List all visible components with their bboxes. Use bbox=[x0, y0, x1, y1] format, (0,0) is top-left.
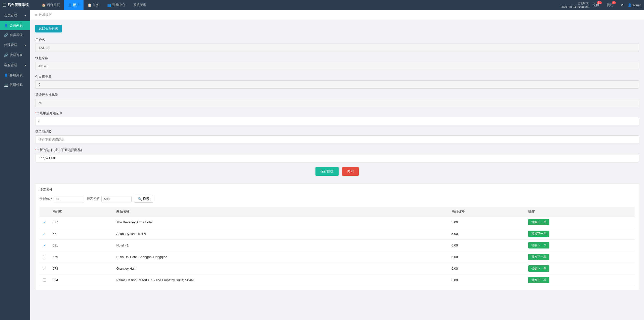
product-id-input[interactable] bbox=[35, 135, 639, 144]
min-price-input[interactable] bbox=[54, 196, 84, 202]
max-price-field: 最高价格 bbox=[87, 196, 132, 202]
today-orders-input[interactable] bbox=[35, 80, 639, 89]
back-to-member-list-button[interactable]: 返回会员列表 bbox=[35, 25, 62, 32]
start-after-field-group: * 几单后开始选单 bbox=[35, 111, 639, 125]
row-checkbox-cell: ✓ bbox=[39, 240, 50, 251]
content-area: 返回会员列表 用户名 钱包余额 今日接单量 等级最大接单量 * 几单后开始选单 bbox=[30, 20, 644, 295]
search-button[interactable]: 🔍 搜索 bbox=[134, 195, 153, 203]
refresh-button[interactable]: ↺ bbox=[621, 3, 624, 7]
max-price-input[interactable] bbox=[101, 196, 132, 202]
check-icon[interactable]: ✓ bbox=[43, 220, 46, 224]
table-row: 679PRIMUS Hotel Shanghai Hongqiao6.00替换下… bbox=[39, 251, 635, 263]
sidebar-item-member-list[interactable]: 👤 会员列表 bbox=[0, 21, 30, 30]
row-product-name: PRIMUS Hotel Shanghai Hongqiao bbox=[113, 251, 448, 263]
check-icon[interactable]: ✓ bbox=[43, 243, 46, 247]
row-product-id: 678 bbox=[50, 263, 113, 274]
row-checkbox-cell bbox=[39, 251, 50, 263]
row-checkbox[interactable] bbox=[43, 278, 46, 281]
new-selection-input[interactable] bbox=[35, 154, 639, 162]
start-after-input[interactable] bbox=[35, 117, 639, 125]
row-action-cell: 替换下一单 bbox=[525, 228, 635, 240]
recharge-button[interactable]: 充值 91 bbox=[593, 3, 599, 7]
table-row: ✓681Hotel 416.00替换下一单 bbox=[39, 240, 635, 251]
wallet-label: 钱包余额 bbox=[35, 56, 639, 60]
row-product-id: 324 bbox=[50, 274, 113, 286]
sidebar-item-agent-list[interactable]: 🔗 代理列表 bbox=[0, 50, 30, 60]
refresh-icon: ↺ bbox=[621, 3, 624, 7]
task-icon: 📋 bbox=[88, 3, 92, 7]
close-button[interactable]: 关闭 bbox=[342, 167, 359, 176]
start-after-label: * 几单后开始选单 bbox=[35, 111, 639, 116]
product-table: 商品ID 商品名称 商品价格 操作 ✓677The Beverley Arms … bbox=[39, 207, 635, 286]
row-product-id: 677 bbox=[50, 217, 113, 228]
sidebar-group-customer[interactable]: 客服管理 ▾ bbox=[0, 60, 30, 70]
row-checkbox[interactable] bbox=[43, 267, 46, 270]
breadcrumb: » 连单设置 bbox=[30, 10, 644, 20]
nav-item-help[interactable]: 👥 帮助中心 bbox=[103, 0, 129, 10]
user-icon: 👤 bbox=[68, 3, 72, 7]
row-product-name: Hotel 41 bbox=[113, 240, 448, 251]
new-selection-label: * 新的选择 (请在下面选择商品) bbox=[35, 148, 639, 152]
chevron-down-icon-customer: ▾ bbox=[24, 63, 26, 67]
sidebar-item-customer-list[interactable]: 👤 客服列表 bbox=[0, 70, 30, 80]
check-icon[interactable]: ✓ bbox=[43, 232, 46, 236]
username-field-group: 用户名 bbox=[35, 38, 639, 52]
nav-item-task[interactable]: 📋 任务 bbox=[84, 0, 103, 10]
wallet-input[interactable] bbox=[35, 62, 639, 70]
row-checkbox-cell bbox=[39, 274, 50, 286]
today-orders-label: 今日接单量 bbox=[35, 74, 639, 79]
replace-next-order-button[interactable]: 替换下一单 bbox=[528, 231, 549, 237]
table-col-price: 商品价格 bbox=[449, 207, 526, 217]
username-input[interactable] bbox=[35, 44, 639, 52]
replace-next-order-button[interactable]: 替换下一单 bbox=[528, 265, 549, 272]
replace-next-order-button[interactable]: 替换下一单 bbox=[528, 219, 549, 225]
nav-items: 🏠 后台首页 👤 用户 📋 任务 👥 帮助中心 系统管理 bbox=[38, 0, 561, 10]
row-action-cell: 替换下一单 bbox=[525, 240, 635, 251]
admin-info[interactable]: 👤 admin bbox=[628, 3, 641, 7]
product-id-label: 选单商品ID bbox=[35, 129, 639, 134]
row-checkbox-cell: ✓ bbox=[39, 228, 50, 240]
customer-list-icon: 👤 bbox=[4, 74, 8, 77]
max-orders-input[interactable] bbox=[35, 99, 639, 107]
search-section: 搜索条件 最低价格 最高价格 🔍 搜索 bbox=[35, 183, 639, 290]
replace-next-order-button[interactable]: 替换下一单 bbox=[528, 242, 549, 248]
table-header-row: 商品ID 商品名称 商品价格 操作 bbox=[39, 207, 635, 217]
sidebar-group-agent[interactable]: 代理管理 ▾ bbox=[0, 40, 30, 50]
nav-item-home[interactable]: 🏠 后台首页 bbox=[38, 0, 64, 10]
min-price-field: 最低价格 bbox=[39, 196, 84, 202]
sidebar-group-member[interactable]: 会员管理 ▾ bbox=[0, 10, 30, 21]
row-checkbox[interactable] bbox=[43, 255, 46, 258]
chevron-down-icon: ▾ bbox=[24, 14, 26, 17]
search-row: 最低价格 最高价格 🔍 搜索 bbox=[39, 195, 635, 203]
table-col-id: 商品ID bbox=[50, 207, 113, 217]
nav-item-user[interactable]: 👤 用户 bbox=[64, 0, 84, 10]
save-button[interactable]: 保存数据 bbox=[315, 167, 339, 176]
row-product-id: 681 bbox=[50, 240, 113, 251]
row-action-cell: 替换下一单 bbox=[525, 217, 635, 228]
sidebar: 会员管理 ▾ 👤 会员列表 🔗 会员等级 代理管理 ▾ 🔗 代理列表 客服管理 … bbox=[0, 10, 30, 320]
chevron-down-icon-agent: ▾ bbox=[24, 43, 26, 47]
replace-next-order-button[interactable]: 替换下一单 bbox=[528, 254, 549, 260]
member-list-icon: 👤 bbox=[4, 24, 8, 27]
table-col-checkbox bbox=[39, 207, 50, 217]
time-block: 当地时间 2024-10-24 04:34:36 bbox=[561, 2, 589, 9]
row-product-price: 6.00 bbox=[449, 263, 526, 274]
row-product-price: 6.00 bbox=[449, 251, 526, 263]
row-product-price: 6.00 bbox=[449, 240, 526, 251]
admin-icon: 👤 bbox=[628, 3, 632, 7]
replace-next-order-button[interactable]: 替换下一单 bbox=[528, 277, 549, 283]
app-logo: 后台管理系统 bbox=[8, 3, 38, 7]
menu-toggle-icon[interactable]: ☰ bbox=[3, 3, 6, 8]
home-icon: 🏠 bbox=[42, 3, 46, 7]
row-product-name: The Beverley Arms Hotel bbox=[113, 217, 448, 228]
sidebar-item-member-level[interactable]: 🔗 会员等级 bbox=[0, 30, 30, 40]
nav-right: 当地时间 2024-10-24 04:34:36 充值 91 提现 4 ↺ 👤 … bbox=[561, 2, 641, 9]
sidebar-item-customer-code[interactable]: 💻 客服代码 bbox=[0, 80, 30, 90]
wallet-field-group: 钱包余额 bbox=[35, 56, 639, 70]
max-orders-label: 等级最大接单量 bbox=[35, 93, 639, 97]
nav-item-system[interactable]: 系统管理 bbox=[129, 0, 150, 10]
withdraw-button[interactable]: 提现 4 bbox=[607, 3, 613, 7]
main-content: » 连单设置 返回会员列表 用户名 钱包余额 今日接单量 等级最大接单量 bbox=[30, 10, 644, 320]
agent-list-icon: 🔗 bbox=[4, 53, 8, 57]
new-selection-field-group: * 新的选择 (请在下面选择商品) bbox=[35, 148, 639, 162]
